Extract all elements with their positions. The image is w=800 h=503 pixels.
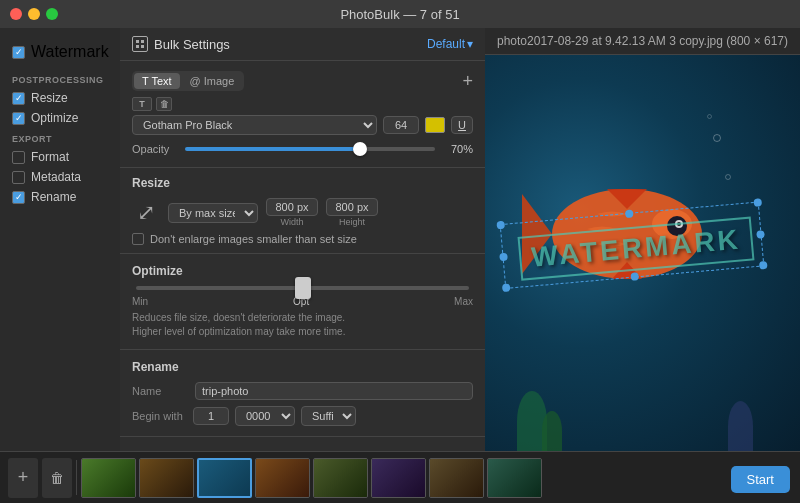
plus-icon: + [18, 467, 29, 488]
close-button[interactable] [10, 8, 22, 20]
optimize-track[interactable] [136, 286, 469, 290]
dont-enlarge-checkbox[interactable] [132, 233, 144, 245]
export-section-label: EXPORT [0, 128, 120, 147]
filmstrip-divider [76, 460, 77, 495]
start-label: Start [747, 472, 774, 487]
optimize-slider-container [132, 286, 473, 290]
arrows-icon: ⤢ [137, 200, 155, 226]
sidebar-format-label: Format [31, 150, 69, 164]
sidebar-item-rename[interactable]: ✓ Rename [0, 187, 120, 207]
sidebar-item-metadata[interactable]: Metadata [0, 167, 120, 187]
width-input[interactable] [266, 198, 318, 216]
name-label: Name [132, 385, 187, 397]
sidebar-rename-label: Rename [31, 190, 76, 204]
add-photo-button[interactable]: + [8, 458, 38, 498]
begin-with-input[interactable] [193, 407, 229, 425]
thumbnail-8[interactable] [487, 458, 542, 498]
text-format-icon: T [132, 97, 152, 111]
plant-decoration-2 [542, 411, 562, 451]
opacity-thumb[interactable] [353, 142, 367, 156]
thumbnail-7[interactable] [429, 458, 484, 498]
minimize-button[interactable] [28, 8, 40, 20]
checkmark-icon: ✓ [15, 94, 23, 103]
height-input[interactable] [326, 198, 378, 216]
plus-icon: + [462, 71, 473, 91]
watermark-tabs-row: T Text @ Image + [132, 71, 473, 91]
bulk-settings-header: Bulk Settings Default ▾ [120, 28, 485, 61]
dont-enlarge-text: Don't enlarge images smaller than set si… [150, 233, 357, 245]
rename-checkbox[interactable]: ✓ [12, 191, 25, 204]
default-label: Default [427, 37, 465, 51]
tab-image[interactable]: @ Image [182, 73, 243, 89]
sidebar-item-resize[interactable]: ✓ Resize [0, 88, 120, 108]
svg-rect-0 [136, 40, 139, 43]
watermark-checkbox[interactable]: ✓ [12, 46, 25, 59]
thumbnail-1[interactable] [81, 458, 136, 498]
sidebar-item-optimize[interactable]: ✓ Optimize [0, 108, 120, 128]
rename-header: Rename [132, 360, 473, 374]
width-label: Width [280, 217, 303, 227]
optimize-thumb[interactable] [295, 277, 311, 299]
bulk-settings-icon [132, 36, 148, 52]
sidebar-optimize-label: Optimize [31, 111, 78, 125]
chevron-down-icon: ▾ [467, 37, 473, 51]
format-checkbox[interactable] [12, 151, 25, 164]
svg-rect-1 [141, 40, 144, 43]
optimize-header: Optimize [132, 264, 473, 278]
thumbnail-4[interactable] [255, 458, 310, 498]
delete-photo-button[interactable]: 🗑 [42, 458, 72, 498]
traffic-lights [10, 8, 58, 20]
bubble-3 [725, 174, 731, 180]
trash-icon[interactable]: 🗑 [156, 97, 172, 111]
name-input[interactable] [195, 382, 473, 400]
filmstrip-thumbnails [81, 458, 792, 498]
sidebar-metadata-label: Metadata [31, 170, 81, 184]
format-select[interactable]: 0000 [235, 406, 295, 426]
opacity-row: Opacity 70% [132, 141, 473, 157]
default-button[interactable]: Default ▾ [427, 37, 473, 51]
begin-with-row: Begin with 0000 Suffix [132, 406, 473, 426]
height-label: Height [339, 217, 365, 227]
thumbnail-2[interactable] [139, 458, 194, 498]
add-watermark-button[interactable]: + [462, 72, 473, 90]
handle-top-left[interactable] [497, 221, 506, 230]
resize-mode-select[interactable]: By max size [168, 203, 258, 223]
opacity-value: 70% [443, 143, 473, 155]
fullscreen-button[interactable] [46, 8, 58, 20]
handle-top-mid[interactable] [625, 209, 634, 218]
handle-mid-left[interactable] [499, 252, 508, 261]
thumbnail-6[interactable] [371, 458, 426, 498]
color-swatch[interactable] [425, 117, 445, 133]
trash-icon: 🗑 [50, 470, 64, 486]
watermark-font-row: Gotham Pro Black U [132, 115, 473, 135]
font-select[interactable]: Gotham Pro Black [132, 115, 377, 135]
resize-checkbox[interactable]: ✓ [12, 92, 25, 105]
watermark-type-tabs: T Text @ Image [132, 71, 244, 91]
start-button[interactable]: Start [731, 466, 790, 493]
font-size-input[interactable] [383, 116, 419, 134]
sidebar-item-watermark[interactable]: ✓ Watermark [0, 38, 120, 69]
resize-section: Resize ⤢ By max size Width [120, 168, 485, 254]
opacity-slider[interactable] [185, 141, 435, 157]
middle-panel: Bulk Settings Default ▾ T Text @ Image [120, 28, 485, 451]
preview-header: photo2017-08-29 at 9.42.13 AM 3 copy.jpg… [485, 28, 800, 55]
underline-button[interactable]: U [451, 116, 473, 134]
resize-arrows-icon: ⤢ [132, 199, 160, 227]
sidebar-item-format[interactable]: Format [0, 147, 120, 167]
window-title: PhotoBulk — 7 of 51 [340, 7, 459, 22]
thumbnail-3-active[interactable] [197, 458, 252, 498]
resize-header: Resize [132, 176, 473, 190]
metadata-checkbox[interactable] [12, 171, 25, 184]
svg-rect-2 [136, 45, 139, 48]
resize-content: ⤢ By max size Width Height [132, 198, 473, 245]
fish-scene: WATERMARK [485, 55, 800, 451]
thumbnail-5[interactable] [313, 458, 368, 498]
optimize-description: Reduces file size, doesn't deteriorate t… [132, 311, 473, 339]
opacity-label: Opacity [132, 143, 177, 155]
tab-text[interactable]: T Text [134, 73, 180, 89]
checkmark-icon: ✓ [15, 48, 23, 57]
suffix-select[interactable]: Suffix [301, 406, 356, 426]
optimize-section: Optimize Min Opt Max Reduces file size, … [120, 254, 485, 350]
optimize-checkbox[interactable]: ✓ [12, 112, 25, 125]
height-group: Height [326, 198, 378, 227]
